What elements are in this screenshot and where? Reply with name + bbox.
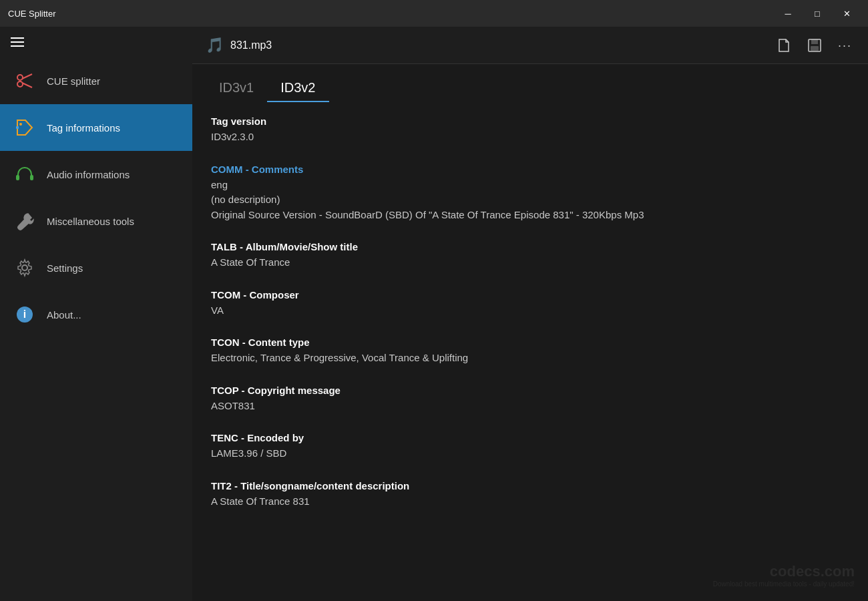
svg-rect-6 (16, 175, 19, 180)
content-header-right: ··· (774, 35, 855, 55)
new-file-button[interactable] (774, 35, 794, 55)
tag-field-tcon: TCON - Content type Electronic, Trance &… (211, 337, 849, 366)
tag-field-tcom: TCOM - Composer VA (211, 289, 849, 319)
tag-field-talb: TALB - Album/Movie/Show title A State Of… (211, 241, 849, 270)
wrench-icon (13, 210, 36, 232)
tag-icon (13, 116, 36, 139)
music-file-icon: 🎵 (206, 37, 224, 54)
tab-bar: ID3v1 ID3v2 (192, 64, 868, 102)
sidebar-item-cue-splitter-label: CUE splitter (47, 75, 100, 87)
hamburger-icon (11, 37, 182, 47)
gear-icon (13, 256, 36, 279)
filename: 831.mp3 (230, 39, 272, 51)
comm-value-desc: (no description) (211, 192, 849, 208)
close-button[interactable]: ✕ (833, 3, 860, 24)
tenc-value: LAME3.96 / SBD (211, 446, 849, 461)
minimize-button[interactable]: ─ (775, 3, 801, 24)
svg-text:i: i (23, 309, 26, 320)
more-options-button[interactable]: ··· (835, 35, 855, 55)
tcop-value: ASOT831 (211, 399, 849, 414)
tcom-label: TCOM - Composer (211, 289, 849, 300)
tcom-value: VA (211, 303, 849, 319)
sidebar-item-about[interactable]: i About... (0, 291, 192, 338)
scissors-icon (13, 69, 36, 92)
svg-line-2 (22, 74, 32, 79)
svg-rect-13 (811, 46, 819, 51)
sidebar-item-miscellaneous-tools[interactable]: Miscellaneous tools (0, 198, 192, 244)
headphones-icon (13, 163, 36, 186)
svg-point-0 (17, 75, 23, 80)
tag-field-tit2: TIT2 - Title/songname/content descriptio… (211, 480, 849, 510)
talb-value: A State Of Trance (211, 255, 849, 270)
main-layout: CUE splitter Tag informations (0, 27, 868, 601)
comm-value-text: Original Source Version - SoundBoarD (SB… (211, 208, 849, 223)
tcon-label: TCON - Content type (211, 337, 849, 348)
app-title: CUE Splitter (8, 9, 56, 19)
svg-line-3 (22, 83, 32, 87)
svg-point-8 (22, 265, 27, 270)
svg-rect-5 (16, 126, 19, 129)
talb-label: TALB - Album/Movie/Show title (211, 241, 849, 252)
tit2-value: A State Of Trance 831 (211, 494, 849, 510)
tenc-label: TENC - Encoded by (211, 432, 849, 443)
tit2-label: TIT2 - Title/songname/content descriptio… (211, 480, 849, 491)
tcop-label: TCOP - Copyright message (211, 385, 849, 396)
tag-field-tag-version: Tag version ID3v2.3.0 (211, 116, 849, 145)
titlebar: CUE Splitter ─ □ ✕ (0, 0, 868, 27)
tag-version-label: Tag version (211, 116, 849, 127)
save-button[interactable] (805, 35, 825, 55)
comm-link[interactable]: COMM - Comments (211, 164, 849, 175)
titlebar-left: CUE Splitter (8, 9, 56, 19)
svg-rect-7 (30, 175, 33, 180)
titlebar-controls: ─ □ ✕ (775, 3, 860, 24)
sidebar-item-settings[interactable]: Settings (0, 244, 192, 291)
sidebar-item-cue-splitter[interactable]: CUE splitter (0, 57, 192, 104)
tag-field-comm: COMM - Comments eng (no description) Ori… (211, 164, 849, 223)
ellipsis-icon: ··· (838, 39, 852, 52)
sidebar-item-audio-label: Audio informations (47, 169, 130, 180)
svg-point-1 (17, 81, 23, 87)
sidebar-item-about-label: About... (47, 309, 81, 321)
tag-content: Tag version ID3v2.3.0 COMM - Comments en… (192, 102, 868, 601)
tag-version-value: ID3v2.3.0 (211, 130, 849, 145)
tag-field-tcop: TCOP - Copyright message ASOT831 (211, 385, 849, 414)
svg-point-4 (19, 123, 22, 126)
svg-rect-12 (811, 39, 818, 44)
sidebar-item-misc-label: Miscellaneous tools (47, 216, 134, 227)
sidebar-item-settings-label: Settings (47, 262, 83, 274)
sidebar-item-audio-informations[interactable]: Audio informations (0, 151, 192, 198)
content-header-left: 🎵 831.mp3 (206, 37, 272, 54)
tab-id3v2[interactable]: ID3v2 (267, 75, 329, 102)
maximize-button[interactable]: □ (804, 3, 831, 24)
tag-field-tenc: TENC - Encoded by LAME3.96 / SBD (211, 432, 849, 461)
info-icon: i (13, 303, 36, 326)
content-header: 🎵 831.mp3 ··· (192, 27, 868, 64)
sidebar-items: CUE splitter Tag informations (0, 57, 192, 338)
sidebar-item-tag-informations[interactable]: Tag informations (0, 104, 192, 151)
hamburger-button[interactable] (0, 27, 192, 57)
content-area: 🎵 831.mp3 ··· (192, 27, 868, 601)
sidebar: CUE splitter Tag informations (0, 27, 192, 601)
comm-value-eng: eng (211, 178, 849, 193)
sidebar-item-tag-label: Tag informations (47, 122, 120, 134)
tab-id3v1[interactable]: ID3v1 (206, 75, 267, 102)
tcon-value: Electronic, Trance & Progressive, Vocal … (211, 351, 849, 366)
